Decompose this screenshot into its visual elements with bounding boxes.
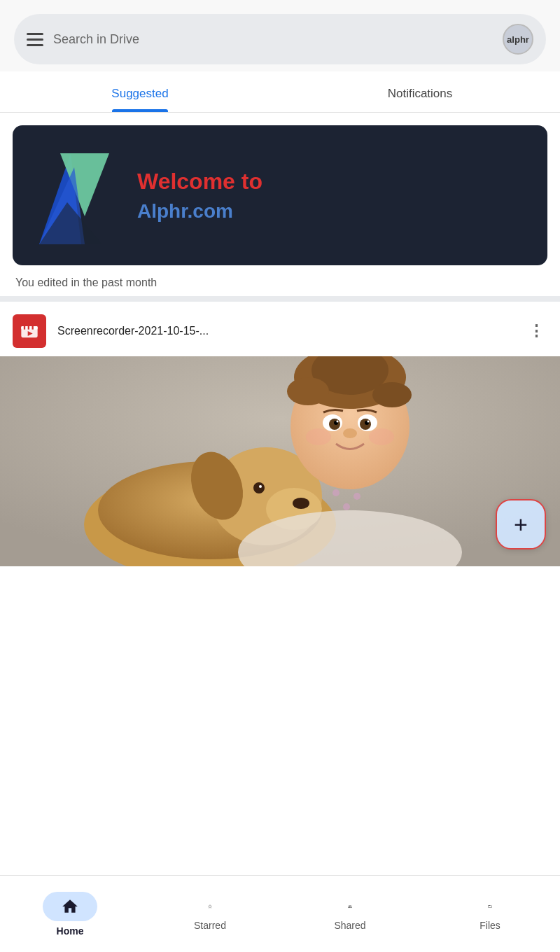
nav-label-starred: Starred bbox=[194, 920, 226, 931]
hamburger-menu-icon[interactable] bbox=[27, 33, 43, 46]
shared-icon bbox=[341, 897, 359, 916]
file-item[interactable]: Screenrecorder-2021-10-15-... ⋮ bbox=[0, 302, 560, 356]
nav-label-shared: Shared bbox=[334, 920, 365, 931]
film-clapper-icon bbox=[20, 321, 39, 341]
svg-point-38 bbox=[332, 489, 340, 496]
svg-point-34 bbox=[368, 421, 370, 423]
banner-text: Welcome to Alphr.com bbox=[137, 168, 528, 223]
svg-point-30 bbox=[337, 421, 339, 423]
search-bar-wrapper: Search in Drive alphr bbox=[0, 0, 560, 71]
alphr-logo-svg bbox=[32, 146, 123, 244]
thumbnail-image bbox=[0, 356, 560, 566]
home-icon-bg bbox=[43, 892, 97, 921]
svg-rect-6 bbox=[24, 326, 25, 330]
banner-welcome-line1: Welcome to bbox=[137, 168, 528, 195]
search-bar[interactable]: Search in Drive alphr bbox=[14, 14, 546, 64]
svg-point-37 bbox=[369, 428, 394, 445]
fab-plus-icon: + bbox=[514, 512, 528, 536]
nav-item-files[interactable]: Files bbox=[420, 890, 560, 938]
svg-point-36 bbox=[306, 428, 331, 445]
files-icon bbox=[481, 897, 499, 916]
file-video-icon bbox=[13, 314, 46, 348]
nav-label-home: Home bbox=[57, 925, 84, 937]
tab-suggested[interactable]: Suggested bbox=[0, 71, 280, 112]
banner-wrapper: Welcome to Alphr.com bbox=[0, 113, 560, 265]
welcome-banner[interactable]: Welcome to Alphr.com bbox=[13, 125, 547, 265]
svg-point-25 bbox=[287, 377, 329, 405]
tabs-row: Suggested Notifications bbox=[0, 71, 560, 113]
section-divider bbox=[0, 296, 560, 302]
file-more-options-icon[interactable]: ⋮ bbox=[525, 320, 547, 342]
svg-rect-7 bbox=[28, 326, 29, 330]
search-placeholder[interactable]: Search in Drive bbox=[53, 32, 493, 47]
svg-point-19 bbox=[259, 485, 262, 488]
nav-item-starred[interactable]: Starred bbox=[140, 890, 280, 938]
fab-add-button[interactable]: + bbox=[496, 499, 546, 550]
nav-label-files: Files bbox=[479, 920, 500, 931]
tab-notifications[interactable]: Notifications bbox=[280, 71, 560, 112]
svg-rect-8 bbox=[32, 326, 34, 330]
star-icon bbox=[201, 897, 219, 916]
nav-item-home[interactable]: Home bbox=[0, 885, 140, 944]
svg-point-40 bbox=[343, 503, 350, 510]
file-thumbnail[interactable]: + bbox=[0, 356, 560, 566]
svg-point-39 bbox=[354, 493, 360, 500]
file-name: Screenrecorder-2021-10-15-... bbox=[57, 325, 514, 337]
banner-welcome-line2: Alphr.com bbox=[137, 200, 528, 223]
avatar[interactable]: alphr bbox=[503, 24, 533, 55]
svg-point-26 bbox=[372, 382, 412, 407]
svg-point-17 bbox=[293, 498, 309, 509]
edited-label: You edited in the past month bbox=[0, 265, 560, 296]
home-icon bbox=[61, 897, 79, 916]
bottom-nav: Home Starred Shared Files bbox=[0, 875, 560, 952]
banner-logo bbox=[32, 146, 123, 244]
svg-point-18 bbox=[253, 482, 265, 493]
nav-item-shared[interactable]: Shared bbox=[280, 890, 420, 938]
svg-point-35 bbox=[343, 428, 357, 438]
file-section: Screenrecorder-2021-10-15-... ⋮ bbox=[0, 302, 560, 566]
